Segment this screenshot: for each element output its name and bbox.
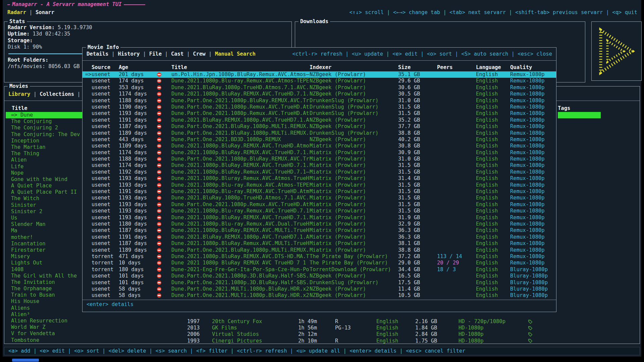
search-result-row[interactable]: => usenet 201 days un.Pol.Hin.Jpn.1080p.… — [83, 71, 556, 78]
selected-arrow — [85, 240, 92, 247]
movie-list-item[interactable]: A Quiet Place Part II — [6, 189, 84, 195]
tab-sonarr[interactable]: Sonarr — [36, 9, 54, 15]
servarr-tabbar: Radarr | Sonarr — [7, 9, 54, 16]
movie-list-item[interactable]: Life — [6, 164, 84, 170]
movie-list-item[interactable]: Firestarter — [6, 247, 84, 253]
search-result-row[interactable]: usenet 1188 days Dune.Part.One.2021.1080… — [83, 98, 556, 104]
language-cell: English — [376, 318, 415, 325]
movie-table-row[interactable]: 2006 Virtual Studios 2h 12m English 2.84… — [4, 331, 638, 338]
tab-radarr[interactable]: Radarr — [7, 9, 26, 15]
movie-list-item[interactable]: Alien³ — [6, 311, 84, 318]
tab-history[interactable]: History — [118, 51, 140, 57]
movie-table-row[interactable]: 1993 Cinergi Pictures 2h 10m R English 1… — [4, 338, 638, 344]
rejected-cell — [157, 273, 171, 279]
search-result-row[interactable]: usenet 1191 days Dune.2021.BluRay.REMUX.… — [83, 117, 556, 123]
search-result-row[interactable]: torrent 10 days Dune 2021 1080p BluRay R… — [83, 260, 556, 266]
search-result-row[interactable]: usenet 1193 days Dune.2021.1080p.BluRay.… — [83, 215, 556, 221]
search-result-row[interactable]: usenet 353 days Dune.2021.BluRay.1080p.T… — [83, 84, 556, 91]
search-result-row[interactable]: usenet 1174 days Dune.2021.1080p.BluRay.… — [83, 149, 556, 156]
search-result-row[interactable]: usenet 1193 days Dune.Part.One.2021.1080… — [83, 201, 556, 208]
search-result-row[interactable]: usenet 1193 days Dune.2021.BluRay.1080p.… — [83, 195, 556, 201]
search-result-row[interactable]: usenet 1193 days Dune.2021.1080p.Blu-ray… — [83, 182, 556, 188]
movie-list-item[interactable]: Gone with the Wind — [6, 176, 84, 183]
age-cell: 1193 days — [119, 201, 157, 208]
search-result-row[interactable]: usenet 101 days Dune.Part.One.2021.1080p… — [83, 273, 556, 279]
search-result-row[interactable]: usenet 1187 days Dune.2021.1080p.BluRay.… — [83, 227, 556, 234]
header-peers[interactable]: Peers — [437, 64, 476, 71]
movie-list-item[interactable]: Slender Man — [6, 221, 84, 228]
movie-title: Train to Busan — [11, 292, 55, 298]
age-cell: 58 days — [119, 292, 157, 299]
movie-list-item[interactable]: His House — [6, 298, 84, 305]
header-indexer[interactable]: Indexer — [310, 64, 398, 71]
header-language[interactable]: Language — [476, 64, 510, 71]
movie-list-item[interactable]: The Conjuring — [6, 118, 84, 125]
movie-list-item[interactable]: Sinister — [6, 202, 84, 208]
movie-table-row[interactable]: 1997 20th Century Fox 1h 49m R English 2… — [4, 318, 638, 325]
tab-library[interactable]: Library — [8, 91, 30, 97]
search-result-row[interactable]: usenet 1193 days Dune.Part.One.2021.1080… — [83, 110, 556, 117]
language-cell: English — [476, 78, 510, 84]
search-result-row[interactable]: usenet 101 days Dune.Part.One.2021.1080p… — [83, 280, 556, 286]
movie-list-item[interactable]: The Girl with All the — [6, 273, 84, 279]
search-result-row[interactable]: usenet 1187 days Dune.Part.One.2021.BluR… — [83, 123, 556, 130]
header-size[interactable]: Size — [398, 64, 437, 71]
search-result-row[interactable]: usenet 1180 days Dune.2021.1080p.Blu-ray… — [83, 221, 556, 227]
movie-list-item[interactable]: Incantation — [6, 241, 84, 247]
movie-list-item[interactable]: The Invitation — [6, 279, 84, 286]
search-result-row[interactable]: usenet 174 days Dune.2021.1080p.Blu-ray.… — [83, 78, 556, 84]
tab-file[interactable]: File — [149, 51, 162, 57]
header-age[interactable]: Age — [119, 64, 157, 71]
movie-list-item[interactable]: Lights Out — [6, 260, 84, 266]
search-result-row[interactable]: usenet 1187 days Dune.2021.1080p.BluRay.… — [83, 240, 556, 247]
search-result-row[interactable]: usenet 1109 days Dune.2021.1080p.BluRay.… — [83, 143, 556, 149]
tab-cast[interactable]: Cast — [171, 51, 183, 57]
search-result-row[interactable]: usenet 1189 days Dune.Part.One.2021.BluR… — [83, 130, 556, 136]
movie-list-item[interactable]: The Martian — [6, 144, 84, 150]
movie-list-item[interactable]: mother! — [6, 234, 84, 241]
movie-list-item[interactable]: Nope — [6, 170, 84, 176]
search-result-row[interactable]: usenet 1192 days Dune.2021.1080p.BluRay.… — [83, 169, 556, 175]
tab-collections[interactable]: Collections — [40, 91, 74, 97]
search-result-row[interactable]: usenet 1190 days Dune.Part.One.2021.1080… — [83, 104, 556, 110]
search-result-row[interactable]: usenet 1189 days Dune.Part.One.2021.BluR… — [83, 247, 556, 253]
header-quality[interactable]: Quality — [510, 64, 554, 71]
movie-title: A Quiet Place Part II — [11, 189, 77, 195]
movie-list-item[interactable]: Us — [6, 215, 84, 221]
search-result-row[interactable]: usenet 1191 days Dune.2021.1080p.Blu-ray… — [83, 188, 556, 195]
tab-crew[interactable]: Crew — [193, 51, 205, 57]
movie-list-item[interactable]: Alien — [6, 157, 84, 163]
movie-list-item[interactable]: The Thing — [6, 150, 84, 157]
movie-list-item[interactable]: The Witch — [6, 195, 84, 202]
movie-list-item[interactable]: The Conjuring 2 — [6, 125, 84, 131]
tab-manual-search[interactable]: Manual Search — [215, 51, 256, 57]
search-result-row[interactable]: usenet 58 days Dune.Part.One.2021.MULTi.… — [83, 286, 556, 292]
taskbar-item[interactable] — [12, 359, 39, 362]
movie-list-item[interactable]: Aliens — [6, 305, 84, 311]
search-result-row[interactable]: usenet 1174 days Dune.2021.1080p.BluRay.… — [83, 162, 556, 169]
search-result-row[interactable]: usenet 1174 days Dune.2021.1080p.BluRay.… — [83, 91, 556, 97]
movie-list-item[interactable]: Ma — [6, 228, 84, 234]
header-source[interactable]: Source — [92, 64, 119, 71]
movie-table-row[interactable]: 2013 GK Films 1h 56m PG-13 English 1.84 … — [4, 325, 638, 331]
movie-list-item[interactable]: Train to Busan — [6, 292, 84, 298]
header-title[interactable]: Title — [171, 64, 310, 71]
size-cell: 36.3 GB — [398, 227, 437, 234]
search-result-row[interactable]: torrent 180 days Dune-2021-Eng-Fre-Ger-I… — [83, 266, 556, 273]
search-result-row[interactable]: usenet 58 days Dune.Part.One.2021.MULTi.… — [83, 292, 556, 299]
search-result-row[interactable]: usenet 1191 days Dune.2021.BluRay.REMUX.… — [83, 234, 556, 240]
search-result-row[interactable]: usenet 443 days Dune.Part.One.2021.BD3D.… — [83, 136, 556, 143]
movie-list-item[interactable]: The Conjuring: The Dev — [6, 131, 84, 138]
movie-list-item[interactable]: => Dune — [6, 112, 84, 118]
movie-list-item[interactable]: The Orphanage — [6, 286, 84, 292]
search-result-row[interactable]: usenet 1193 days Dune.2021.1080p.Blu-ray… — [83, 208, 556, 214]
tab-details[interactable]: Details — [87, 51, 108, 57]
search-result-row[interactable]: usenet 1188 days Dune.Part.One.2021.1080… — [83, 156, 556, 162]
movie-list-item[interactable]: 1408 — [6, 266, 84, 273]
movie-list-item[interactable]: Sinister 2 — [6, 208, 84, 215]
search-result-row[interactable]: torrent 471 days Dune.2021.1080p.BluRay.… — [83, 253, 556, 260]
movie-list-item[interactable]: Inception — [6, 138, 84, 144]
search-result-row[interactable]: usenet 1193 days Dune.2021.1080p.Bluray.… — [83, 175, 556, 182]
movie-list-item[interactable]: A Quiet Place — [6, 183, 84, 189]
movie-list-item[interactable]: Misery — [6, 253, 84, 260]
